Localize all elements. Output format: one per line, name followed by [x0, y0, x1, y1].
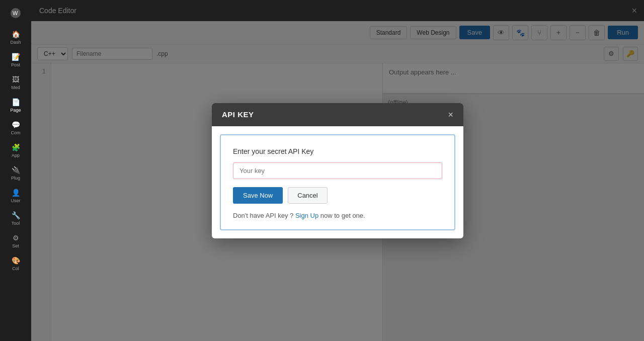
- settings-icon: ⚙: [13, 234, 19, 242]
- sidebar-item-dashboard[interactable]: 🏠 Dash: [0, 26, 31, 49]
- sidebar-logo: W: [7, 4, 25, 22]
- footer-text-before: Don't have API key ?: [233, 212, 293, 219]
- comments-icon: 💬: [12, 121, 20, 129]
- plugins-icon: 🔌: [12, 166, 20, 174]
- modal-footer: Don't have API key ? Sign Up now to get …: [233, 212, 442, 219]
- media-icon: 🖼: [12, 75, 19, 83]
- pages-icon: 📄: [12, 98, 20, 106]
- sidebar-item-apps[interactable]: 🧩 App: [0, 139, 31, 162]
- sidebar-item-collapse[interactable]: 🎨 Col: [0, 252, 31, 275]
- sidebar-item-label: Set: [2, 243, 30, 248]
- sidebar-item-label: Dash: [2, 40, 30, 45]
- sidebar-item-label: Tool: [2, 221, 30, 226]
- api-key-input[interactable]: [233, 162, 442, 179]
- sidebar-item-settings[interactable]: ⚙ Set: [0, 230, 31, 252]
- modal-title: API KEY: [222, 110, 254, 119]
- dashboard-icon: 🏠: [12, 30, 20, 38]
- modal-header: API KEY ×: [212, 103, 463, 126]
- cancel-button[interactable]: Cancel: [288, 187, 327, 204]
- tools-icon: 🔧: [12, 211, 20, 219]
- sidebar-item-media[interactable]: 🖼 Med: [0, 71, 31, 94]
- sidebar-item-comments[interactable]: 💬 Com: [0, 117, 31, 139]
- sidebar-item-label: Com: [2, 130, 30, 135]
- sidebar-item-label: Med: [2, 85, 30, 90]
- sidebar: W 🏠 Dash 📝 Post 🖼 Med 📄 Page 💬 Com 🧩 App…: [0, 0, 31, 341]
- sidebar-item-label: Page: [2, 108, 30, 113]
- sidebar-item-pages[interactable]: 📄 Page: [0, 94, 31, 117]
- api-key-label: Enter your secret API Key: [233, 147, 442, 155]
- sidebar-item-tools[interactable]: 🔧 Tool: [0, 207, 31, 230]
- apps-icon: 🧩: [12, 143, 20, 151]
- svg-text:W: W: [13, 10, 18, 16]
- sidebar-item-label: User: [2, 198, 30, 203]
- sidebar-item-label: Post: [2, 62, 30, 67]
- modal-actions: Save Now Cancel: [233, 187, 442, 204]
- modal-body: Enter your secret API Key Save Now Cance…: [220, 134, 455, 230]
- sidebar-item-plugins[interactable]: 🔌 Plug: [0, 162, 31, 185]
- sidebar-item-label: Plug: [2, 176, 30, 181]
- sidebar-item-users[interactable]: 👤 User: [0, 185, 31, 207]
- sidebar-item-label: App: [2, 153, 30, 158]
- modal-overlay[interactable]: API KEY × Enter your secret API Key Save…: [31, 0, 644, 341]
- collapse-icon: 🎨: [12, 257, 20, 265]
- sidebar-item-posts[interactable]: 📝 Post: [0, 49, 31, 71]
- sign-up-link[interactable]: Sign Up: [295, 212, 318, 219]
- users-icon: 👤: [12, 189, 20, 197]
- sidebar-item-label: Col: [2, 266, 30, 271]
- posts-icon: 📝: [12, 53, 20, 61]
- api-key-modal: API KEY × Enter your secret API Key Save…: [212, 103, 463, 238]
- footer-text-after: now to get one.: [320, 212, 365, 219]
- save-now-button[interactable]: Save Now: [233, 187, 283, 204]
- modal-close-button[interactable]: ×: [448, 110, 453, 119]
